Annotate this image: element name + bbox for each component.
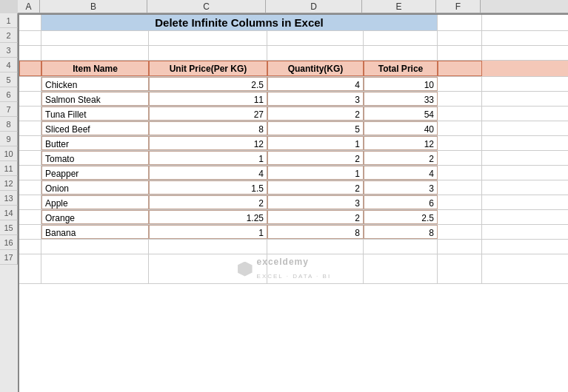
- row-4-table-header: Item Name Unit Price(Per KG) Quantity(KG…: [19, 61, 568, 77]
- cell-c9: 12: [149, 136, 267, 150]
- cell-f10: [438, 151, 482, 165]
- row-num-2: 2: [0, 28, 18, 43]
- row-7: Tuna Fillet 27 2 54: [19, 107, 568, 121]
- header-unit-price: Unit Price(Per KG): [149, 61, 267, 76]
- cell-c7: 27: [149, 107, 267, 121]
- cell-c11: 4: [149, 166, 267, 180]
- cell-f6: [438, 92, 482, 106]
- cell-d5: 4: [267, 77, 364, 91]
- cell-d8: 5: [267, 121, 364, 135]
- cell-f8: [438, 121, 482, 135]
- col-header-d: D: [266, 0, 362, 13]
- col-header-a: A: [18, 0, 40, 13]
- row-num-13: 13: [0, 191, 18, 206]
- row-num-9: 9: [0, 132, 18, 146]
- cell-b6: Salmon Steak: [41, 92, 149, 106]
- row-num-5: 5: [0, 72, 18, 87]
- header-quantity: Quantity(KG): [267, 61, 364, 76]
- cell-e10: 2: [364, 151, 438, 165]
- cell-f17: [438, 254, 482, 283]
- cell-d16: [267, 240, 364, 254]
- cell-b2: [41, 31, 149, 45]
- cell-d13: 3: [267, 195, 364, 209]
- row-num-16: 16: [0, 235, 18, 250]
- row-5: Chicken 2.5 4 10: [19, 77, 568, 92]
- row-13: Apple 2 3 6: [19, 195, 568, 210]
- cell-f5: [438, 77, 482, 91]
- cell-c12: 1.5: [149, 180, 267, 195]
- cell-a17: [19, 254, 41, 283]
- watermark-text: exceldemy EXCEL · DATA · BI: [257, 254, 332, 284]
- row-16: [19, 240, 568, 254]
- spreadsheet: A B C D E F 1 2 3 4 5 6 7 8 9 10 11 12 1…: [0, 0, 568, 392]
- column-headers: A B C D E F: [18, 0, 568, 13]
- cell-f13: [438, 195, 482, 209]
- row-num-6: 6: [0, 87, 18, 102]
- cell-f7: [438, 107, 482, 121]
- cell-f16: [438, 240, 482, 254]
- row-8: Sliced Beef 8 5 40: [19, 121, 568, 136]
- cell-e14: 2.5: [364, 210, 438, 224]
- cell-e15: 8: [364, 225, 438, 239]
- cell-c2: [149, 31, 267, 45]
- row-num-7: 7: [0, 102, 18, 117]
- cell-b13: Apple: [41, 195, 149, 209]
- cell-d6: 3: [267, 92, 364, 106]
- row-num-8: 8: [0, 117, 18, 132]
- cell-b10: Tomato: [41, 151, 149, 165]
- cell-f15: [438, 225, 482, 239]
- cell-d9: 1: [267, 136, 364, 150]
- cell-a4: [19, 61, 41, 76]
- cell-e8: 40: [364, 121, 438, 135]
- row-14: Orange 1.25 2 2.5: [19, 210, 568, 225]
- row-num-15: 15: [0, 220, 18, 235]
- watermark-icon: [238, 262, 253, 277]
- cell-d15: 8: [267, 225, 364, 239]
- cell-e3: [364, 46, 438, 60]
- cell-b14: Orange: [41, 210, 149, 224]
- cell-f1: [438, 15, 482, 30]
- cell-e7: 54: [364, 107, 438, 121]
- cell-e13: 6: [364, 195, 438, 209]
- cell-c10: 1: [149, 151, 267, 165]
- cell-a8: [19, 121, 41, 135]
- cell-b11: Peapper: [41, 166, 149, 180]
- cell-a1: [19, 15, 41, 30]
- cell-a6: [19, 92, 41, 106]
- cell-b8: Sliced Beef: [41, 121, 149, 135]
- cell-f4: [438, 61, 482, 76]
- watermark-sub: EXCEL · DATA · BI: [257, 269, 332, 284]
- cell-e12: 3: [364, 180, 438, 195]
- cell-b9: Butter: [41, 136, 149, 150]
- cell-f9: [438, 136, 482, 150]
- cell-b16: [41, 240, 149, 254]
- cell-a10: [19, 151, 41, 165]
- cell-f12: [438, 180, 482, 195]
- cell-a11: [19, 166, 41, 180]
- cell-d3: [267, 46, 364, 60]
- cell-d7: 2: [267, 107, 364, 121]
- row-num-17: 17: [0, 250, 18, 265]
- cell-e11: 4: [364, 166, 438, 180]
- cell-b7: Tuna Fillet: [41, 107, 149, 121]
- cell-a2: [19, 31, 41, 45]
- row-3: [19, 46, 568, 61]
- cell-f11: [438, 166, 482, 180]
- cell-e16: [364, 240, 438, 254]
- title-text: Delete Infinite Columns in Excel: [155, 16, 324, 30]
- cell-c5: 2.5: [149, 77, 267, 91]
- cell-c16: [149, 240, 267, 254]
- cell-b15: Banana: [41, 225, 149, 239]
- row-num-4: 4: [0, 58, 18, 72]
- cell-c3: [149, 46, 267, 60]
- row-num-3: 3: [0, 43, 18, 58]
- cell-c8: 8: [149, 121, 267, 135]
- cell-a7: [19, 107, 41, 121]
- row-9: Butter 12 1 12: [19, 136, 568, 151]
- row-15: Banana 1 8 8: [19, 225, 568, 240]
- row-17: exceldemy EXCEL · DATA · BI: [19, 254, 568, 284]
- cell-e17: [364, 254, 438, 283]
- cell-a9: [19, 136, 41, 150]
- cell-b12: Onion: [41, 180, 149, 195]
- cell-a14: [19, 210, 41, 224]
